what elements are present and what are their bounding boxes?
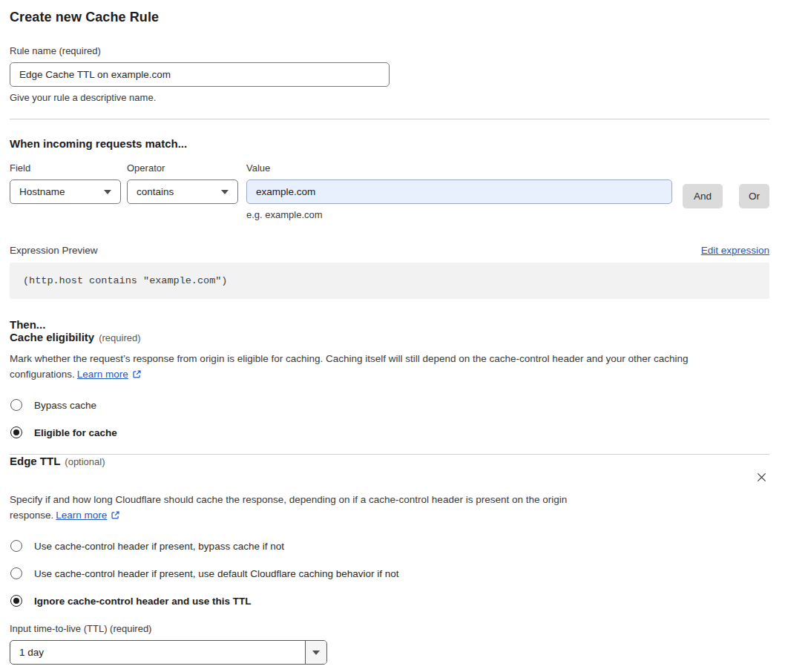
ttl-select[interactable]: 1 day xyxy=(10,640,327,665)
close-icon[interactable] xyxy=(754,470,769,485)
radio-selected-icon xyxy=(10,426,22,438)
then-heading: Then... xyxy=(10,318,769,331)
match-expression-row: Field Hostname Operator contains Value e… xyxy=(10,162,769,220)
radio-eligible-for-cache[interactable]: Eligible for cache xyxy=(10,426,769,438)
operator-label: Operator xyxy=(127,162,238,174)
expression-preview-section: Expression Preview Edit expression (http… xyxy=(10,245,769,299)
radio-selected-icon xyxy=(10,595,22,607)
edge-ttl-section: Edge TTL(optional) Specify if and how lo… xyxy=(10,455,769,665)
operator-select[interactable]: contains xyxy=(127,179,238,204)
field-select-value: Hostname xyxy=(19,186,65,197)
edge-ttl-title-wrap: Edge TTL(optional) xyxy=(10,455,105,468)
rule-name-input[interactable] xyxy=(10,62,390,87)
edge-ttl-qualifier: (optional) xyxy=(65,456,105,467)
match-section: When incoming requests match... Field Ho… xyxy=(10,137,769,220)
or-button[interactable]: Or xyxy=(739,184,769,208)
radio-icon xyxy=(10,399,22,411)
operator-select-value: contains xyxy=(137,186,174,197)
cache-eligibility-section: Cache eligibility(required) Mark whether… xyxy=(10,331,769,438)
external-link-icon xyxy=(132,368,142,383)
and-button[interactable]: And xyxy=(683,184,723,208)
radio-label: Ignore cache-control header and use this… xyxy=(34,596,252,607)
cache-eligibility-heading: Cache eligibility xyxy=(10,331,94,343)
cache-eligibility-description: Mark whether the request’s response from… xyxy=(10,351,761,383)
cache-eligibility-qualifier: (required) xyxy=(99,332,140,343)
expression-preview-label: Expression Preview xyxy=(10,245,98,256)
field-select[interactable]: Hostname xyxy=(10,179,121,204)
field-label: Field xyxy=(10,162,121,174)
radio-use-header-bypass[interactable]: Use cache-control header if present, byp… xyxy=(10,540,769,552)
value-input[interactable] xyxy=(246,179,672,204)
chevron-down-icon xyxy=(221,190,229,194)
value-helper: e.g. example.com xyxy=(246,209,672,220)
match-heading: When incoming requests match... xyxy=(10,137,769,150)
cache-eligibility-header: Cache eligibility(required) xyxy=(10,331,769,344)
edge-ttl-learn-more-link[interactable]: Learn more xyxy=(56,510,107,521)
radio-ignore-header-use-ttl[interactable]: Ignore cache-control header and use this… xyxy=(10,595,769,607)
edge-ttl-heading: Edge TTL xyxy=(10,455,60,467)
rule-name-label: Rule name (required) xyxy=(10,45,769,56)
rule-name-section: Rule name (required) Give your rule a de… xyxy=(10,45,769,103)
expression-code: (http.host contains "example.com") xyxy=(10,263,769,299)
andor-buttons: And Or xyxy=(683,162,769,208)
radio-bypass-cache[interactable]: Bypass cache xyxy=(10,399,769,411)
radio-icon xyxy=(10,540,22,552)
external-link-icon xyxy=(111,509,120,524)
chevron-down-icon xyxy=(312,650,320,655)
operator-column: Operator contains xyxy=(127,162,238,204)
radio-icon xyxy=(10,567,22,579)
section-divider xyxy=(10,119,769,119)
ttl-select-dropdown-button[interactable] xyxy=(305,641,326,664)
radio-label: Use cache-control header if present, use… xyxy=(34,568,399,579)
edit-expression-link[interactable]: Edit expression xyxy=(701,245,769,256)
rule-name-helper: Give your rule a descriptive name. xyxy=(10,92,769,103)
radio-label: Eligible for cache xyxy=(34,427,117,438)
ttl-input-label: Input time-to-live (TTL) (required) xyxy=(10,623,769,634)
expression-header: Expression Preview Edit expression xyxy=(10,245,769,256)
edge-ttl-description: Specify if and how long Cloudflare shoul… xyxy=(10,492,630,524)
chevron-down-icon xyxy=(104,190,111,194)
cache-eligibility-learn-more-link[interactable]: Learn more xyxy=(77,369,128,380)
radio-label: Bypass cache xyxy=(34,400,96,411)
value-column: Value e.g. example.com xyxy=(246,162,672,220)
create-cache-rule-page: Create new Cache Rule Rule name (require… xyxy=(0,0,785,672)
field-column: Field Hostname xyxy=(10,162,121,204)
cache-eligibility-options: Bypass cache Eligible for cache xyxy=(10,399,769,438)
radio-label: Use cache-control header if present, byp… xyxy=(34,541,284,552)
edge-ttl-options: Use cache-control header if present, byp… xyxy=(10,540,769,607)
ttl-select-value: 1 day xyxy=(10,641,305,664)
radio-use-header-default[interactable]: Use cache-control header if present, use… xyxy=(10,567,769,579)
value-label: Value xyxy=(246,162,672,174)
edge-ttl-header: Edge TTL(optional) xyxy=(10,455,769,485)
page-title: Create new Cache Rule xyxy=(10,10,769,25)
